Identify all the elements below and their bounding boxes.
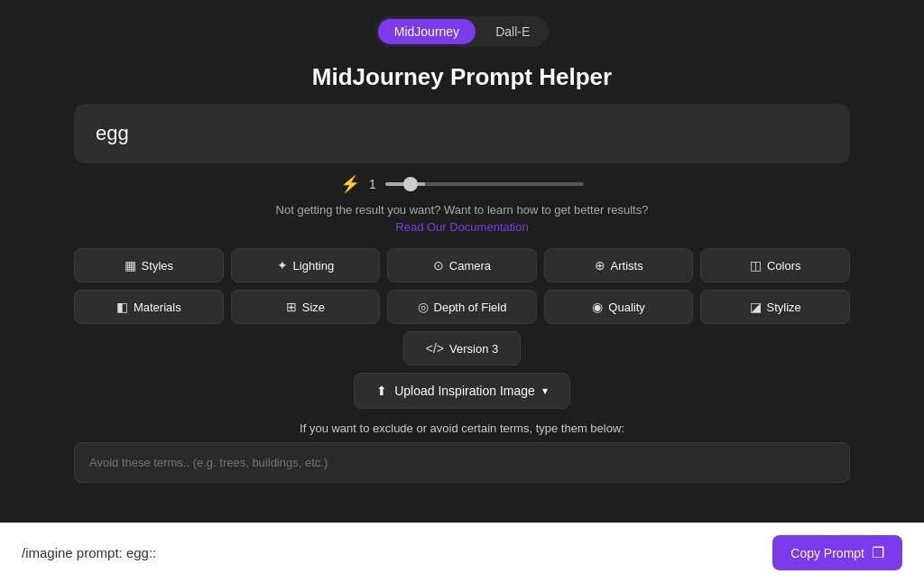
tab-bar: MidJourney Dall-E	[375, 16, 550, 47]
main-content: ⚡ 1 Not getting the result you want? Wan…	[74, 104, 850, 483]
category-btn-camera[interactable]: ⊙ Camera	[387, 248, 537, 282]
copy-prompt-button[interactable]: Copy Prompt ❐	[772, 535, 902, 570]
category-btn-artists[interactable]: ⊕ Artists	[544, 248, 694, 282]
upload-icon: ⬆	[376, 384, 387, 398]
quality-slider[interactable]	[385, 182, 584, 186]
category-btn-lighting[interactable]: ✦ Lighting	[231, 248, 381, 282]
category-btn-depth-of-field[interactable]: ◎ Depth of Field	[387, 290, 537, 324]
styles-icon: ▦	[125, 258, 136, 273]
depth-of-field-icon: ◎	[418, 300, 429, 314]
category-btn-quality[interactable]: ◉ Quality	[544, 290, 694, 324]
prompt-bar: /imagine prompt: egg:: Copy Prompt ❐	[0, 523, 924, 583]
category-btn-styles[interactable]: ▦ Styles	[74, 248, 224, 282]
exclude-label: If you want to exclude or avoid certain …	[300, 421, 624, 435]
version-row: </> Version 3	[74, 331, 850, 366]
slider-icon: ⚡	[340, 174, 360, 194]
slider-row: ⚡ 1	[340, 174, 584, 194]
upload-inspiration-button[interactable]: ⬆ Upload Inspiration Image ▾	[354, 373, 570, 409]
category-grid-row1: ▦ Styles ✦ Lighting ⊙ Camera ⊕ Artists ◫…	[74, 248, 850, 282]
colors-icon: ◫	[750, 258, 762, 273]
chevron-down-icon: ▾	[542, 384, 548, 397]
page-title: MidJourney Prompt Helper	[312, 63, 612, 91]
exclude-input[interactable]	[74, 442, 850, 483]
search-input[interactable]	[74, 104, 850, 163]
size-icon: ⊞	[286, 300, 297, 314]
upload-row: ⬆ Upload Inspiration Image ▾	[354, 373, 570, 409]
help-link[interactable]: Read Our Documentation	[395, 220, 528, 234]
category-btn-materials[interactable]: ◧ Materials	[74, 290, 224, 324]
tab-dalle[interactable]: Dall-E	[479, 19, 546, 44]
quality-icon: ◉	[592, 300, 603, 314]
slider-value: 1	[369, 177, 376, 191]
lighting-icon: ✦	[277, 258, 288, 273]
category-btn-size[interactable]: ⊞ Size	[231, 290, 381, 324]
stylize-icon: ◪	[750, 300, 762, 314]
prompt-text: /imagine prompt: egg::	[22, 545, 156, 560]
camera-icon: ⊙	[433, 258, 444, 273]
artists-icon: ⊕	[595, 258, 605, 273]
copy-icon: ❐	[872, 544, 884, 561]
version-button[interactable]: </> Version 3	[403, 331, 521, 366]
category-grid-row2: ◧ Materials ⊞ Size ◎ Depth of Field ◉ Qu…	[74, 290, 850, 324]
category-btn-colors[interactable]: ◫ Colors	[700, 248, 850, 282]
tab-midjourney[interactable]: MidJourney	[378, 19, 476, 44]
category-btn-stylize[interactable]: ◪ Stylize	[700, 290, 850, 324]
help-text: Not getting the result you want? Want to…	[276, 203, 649, 217]
materials-icon: ◧	[116, 300, 128, 314]
version-code-icon: </>	[426, 341, 444, 356]
